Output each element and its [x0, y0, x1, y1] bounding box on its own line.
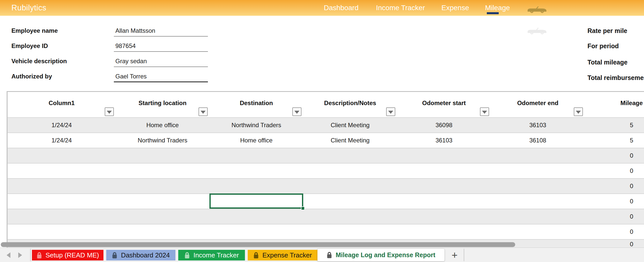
table-cell[interactable]: 0 [585, 224, 644, 239]
table-cell[interactable] [8, 209, 116, 224]
table-cell[interactable] [397, 194, 491, 209]
column-header-label: Starting location [138, 100, 186, 106]
table-cell[interactable] [116, 194, 209, 209]
sheet-tab-bar: Setup (READ ME) Dashboard 2024 Income Tr… [0, 248, 644, 262]
sheet-tab-expense-tracker[interactable]: Expense Tracker [248, 250, 317, 260]
filter-dropdown-button[interactable] [480, 107, 489, 116]
selection-fill-handle[interactable] [301, 206, 305, 210]
table-cell[interactable]: Northwind Traders [116, 133, 209, 148]
table-cell[interactable]: 36103 [397, 133, 491, 148]
table-cell[interactable] [303, 209, 397, 224]
table-cell[interactable] [8, 163, 116, 178]
table-cell[interactable]: 5 [585, 118, 644, 133]
table-cell[interactable] [116, 224, 209, 239]
table-cell[interactable] [116, 148, 209, 163]
filter-dropdown-button[interactable] [199, 107, 208, 116]
filter-dropdown-button[interactable] [386, 107, 395, 116]
table-cell[interactable]: 1/24/24 [8, 118, 116, 133]
nav-item-dashboard[interactable]: Dashboard [324, 0, 359, 16]
table-cell[interactable]: 0 [585, 179, 644, 193]
table-cell[interactable] [303, 179, 397, 193]
chevron-left-icon[interactable] [7, 252, 10, 258]
column-header-label: Mileage [620, 100, 643, 106]
table-cell[interactable]: 36098 [397, 118, 491, 133]
sheet-tab-dashboard-2024[interactable]: Dashboard 2024 [106, 250, 175, 260]
table-cell[interactable]: 1/24/24 [8, 133, 116, 148]
chevron-right-icon[interactable] [18, 252, 22, 258]
table-cell[interactable]: 36108 [491, 133, 585, 148]
employee-name-field[interactable]: Allan Mattsson [115, 27, 155, 34]
table-cell[interactable] [209, 224, 303, 239]
sheet-tab-setup[interactable]: Setup (READ ME) [32, 250, 103, 260]
chevron-down-icon [388, 111, 393, 114]
table-cell[interactable]: Northwind Traders [209, 118, 303, 133]
chevron-down-icon [201, 111, 206, 114]
table-cell[interactable] [303, 194, 397, 209]
table-cell[interactable] [303, 224, 397, 239]
sheet-tab-mileage-log-active[interactable]: Mileage Log and Expense Report [317, 249, 444, 261]
table-cell[interactable] [491, 194, 585, 209]
table-cell[interactable]: 0 [585, 194, 644, 209]
table-cell[interactable] [8, 148, 116, 163]
employee-id-field[interactable]: 987654 [115, 42, 136, 50]
horizontal-scrollbar-thumb[interactable] [1, 242, 515, 247]
chevron-down-icon [482, 111, 487, 114]
table-cell[interactable] [116, 163, 209, 178]
table-cell[interactable] [209, 179, 303, 193]
table-cell[interactable] [491, 148, 585, 163]
table-cell[interactable]: 0 [585, 240, 644, 248]
authorized-by-field[interactable]: Gael Torres [115, 73, 147, 80]
filter-dropdown-button[interactable] [292, 107, 301, 116]
field-underline [114, 81, 208, 82]
add-sheet-button[interactable]: + [449, 250, 460, 260]
field-underline [114, 36, 208, 37]
table-cell[interactable]: Home office [209, 133, 303, 148]
table-cell[interactable]: 0 [585, 148, 644, 163]
table-cell[interactable] [116, 209, 209, 224]
table-cell[interactable] [116, 179, 209, 193]
table-cell[interactable] [491, 163, 585, 178]
employee-id-label: Employee ID [11, 42, 48, 50]
table-row: 1/24/24 Home office Northwind Traders Cl… [8, 117, 644, 133]
table-cell[interactable] [303, 163, 397, 178]
nav-item-income-tracker[interactable]: Income Tracker [376, 0, 425, 16]
table-cell[interactable] [491, 209, 585, 224]
table-cell[interactable]: 5 [585, 133, 644, 148]
column-header-label: Odometer end [517, 100, 559, 106]
sheet-tab-label: Setup (READ ME) [46, 251, 99, 259]
table-cell[interactable]: 0 [585, 163, 644, 178]
table-cell[interactable] [8, 179, 116, 193]
lock-icon [112, 252, 117, 259]
table-cell[interactable] [303, 148, 397, 163]
table-cell[interactable] [209, 163, 303, 178]
table-cell[interactable] [397, 224, 491, 239]
table-cell[interactable] [491, 179, 585, 193]
table-cell[interactable] [8, 194, 116, 209]
table-cell[interactable]: 0 [585, 209, 644, 224]
table-cell[interactable]: Client Meeting [303, 118, 397, 133]
vehicle-description-field[interactable]: Gray sedan [115, 58, 147, 65]
selected-cell[interactable] [209, 193, 303, 209]
table-cell[interactable] [209, 148, 303, 163]
table-cell[interactable] [491, 224, 585, 239]
vehicle-description-label: Vehicle description [11, 58, 67, 65]
table-cell[interactable] [209, 209, 303, 224]
sheet-tab-income-tracker[interactable]: Income Tracker [178, 250, 245, 260]
filter-dropdown-button[interactable] [574, 107, 583, 116]
table-cell[interactable]: Client Meeting [303, 133, 397, 148]
table-cell[interactable] [397, 209, 491, 224]
field-underline [114, 67, 208, 67]
table-cell[interactable] [397, 179, 491, 193]
filter-dropdown-button[interactable] [105, 107, 114, 116]
tab-bar-divider [30, 249, 31, 261]
authorized-by-label: Authorized by [11, 73, 52, 80]
nav-item-expense[interactable]: Expense [441, 0, 469, 16]
chevron-down-icon [576, 111, 581, 114]
chevron-down-icon [107, 111, 112, 114]
table-cell[interactable] [8, 224, 116, 239]
table-row: 0 [8, 193, 644, 209]
table-cell[interactable]: 36103 [491, 118, 585, 133]
table-cell[interactable] [397, 163, 491, 178]
table-cell[interactable]: Home office [116, 118, 209, 133]
table-cell[interactable] [397, 148, 491, 163]
